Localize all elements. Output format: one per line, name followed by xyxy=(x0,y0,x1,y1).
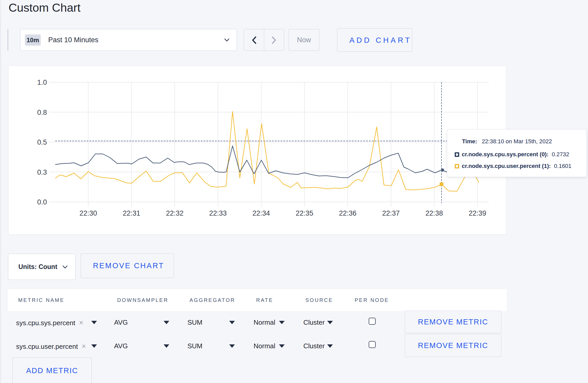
svg-text:22:34: 22:34 xyxy=(253,209,270,217)
svg-text:22:36: 22:36 xyxy=(339,209,356,217)
svg-text:22:39: 22:39 xyxy=(469,209,486,217)
svg-text:22:32: 22:32 xyxy=(166,209,184,217)
svg-text:22:33: 22:33 xyxy=(209,209,227,217)
svg-text:0.0: 0.0 xyxy=(37,198,47,206)
svg-text:0.3: 0.3 xyxy=(37,168,47,176)
svg-text:22:38: 22:38 xyxy=(425,209,443,217)
svg-text:22:37: 22:37 xyxy=(382,209,400,217)
svg-text:0.8: 0.8 xyxy=(37,109,47,116)
svg-text:22:31: 22:31 xyxy=(123,209,140,217)
svg-text:22:35: 22:35 xyxy=(296,209,313,217)
svg-text:22:30: 22:30 xyxy=(80,209,97,217)
svg-text:1.0: 1.0 xyxy=(37,79,47,86)
svg-text:0.5: 0.5 xyxy=(37,138,47,146)
